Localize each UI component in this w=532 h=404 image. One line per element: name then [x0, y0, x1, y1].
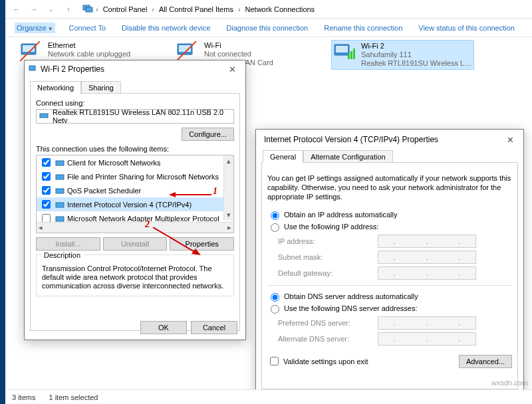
- item-label: Client for Microsoft Networks: [67, 159, 161, 167]
- chevron-up-icon: ▴: [227, 157, 231, 165]
- adapter-name: Realtek RTL8191SU Wireless LAN 802.11n U…: [53, 108, 231, 124]
- chevron-down-icon: ▾: [227, 211, 231, 219]
- validate-checkbox[interactable]: Validate settings upon exit: [267, 355, 368, 367]
- chevron-down-icon: ▼: [48, 26, 53, 32]
- dialog-title: Internet Protocol Version 4 (TCP/IPv4) P…: [260, 135, 501, 144]
- item-checkbox[interactable]: [42, 158, 51, 167]
- svg-rect-14: [40, 114, 48, 118]
- ok-button[interactable]: OK: [140, 321, 187, 334]
- field-mask: Subnet mask:...: [278, 251, 512, 264]
- dialog-title: Wi-Fi 2 Properties: [41, 64, 223, 74]
- connect-to-button[interactable]: Connect To: [67, 23, 108, 33]
- item-label: Microsoft Network Adapter Multiplexor Pr…: [67, 215, 219, 223]
- breadcrumb[interactable]: All Control Panel Items: [157, 5, 235, 14]
- chevron-right-icon: ▸: [227, 223, 231, 232]
- radio-auto-ip[interactable]: Obtain an IP address automatically: [267, 209, 512, 220]
- view-status-button[interactable]: View status of this connection: [416, 23, 517, 33]
- dns2-input[interactable]: ...: [378, 332, 476, 346]
- network-icon: [29, 64, 38, 74]
- network-items-list[interactable]: Client for Microsoft NetworksFile and Pr…: [36, 155, 234, 233]
- svg-rect-15: [56, 161, 64, 165]
- svg-rect-10: [348, 54, 350, 59]
- item-count: 3 items: [12, 393, 35, 401]
- titlebar[interactable]: Internet Protocol Version 4 (TCP/IPv4) P…: [256, 130, 523, 150]
- connect-using-label: Connect using:: [36, 99, 234, 107]
- connection-status: Sahufamily 111: [361, 50, 474, 59]
- svg-rect-9: [336, 46, 348, 52]
- network-item[interactable]: QoS Packet Scheduler: [37, 183, 233, 197]
- diagnose-button[interactable]: Diagnose this connection: [224, 23, 310, 33]
- ip-input[interactable]: ...: [378, 235, 476, 248]
- up-button[interactable]: ↑: [61, 2, 76, 17]
- component-icon: [55, 200, 65, 209]
- item-checkbox[interactable]: [42, 200, 51, 209]
- connection-status: Network cable unplugged: [48, 50, 130, 58]
- svg-rect-11: [350, 51, 352, 59]
- svg-rect-16: [56, 175, 64, 179]
- uninstall-button[interactable]: Uninstall: [103, 237, 168, 251]
- item-label: Internet Protocol Version 4 (TCP/IPv4): [67, 201, 192, 209]
- wifi-properties-dialog: Wi-Fi 2 Properties ✕ Networking Sharing …: [24, 60, 246, 340]
- configure-button[interactable]: Configure...: [182, 128, 234, 141]
- item-checkbox[interactable]: [42, 186, 51, 195]
- mask-input[interactable]: ...: [378, 251, 476, 264]
- watermark: wxsdn.com: [491, 379, 528, 387]
- adapter-icon: [39, 112, 49, 121]
- network-item[interactable]: Internet Protocol Version 4 (TCP/IPv4): [37, 197, 233, 211]
- address-bar[interactable]: › Control Panel › All Control Panel Item…: [81, 3, 528, 16]
- tabs: General Alternate Configuration: [256, 150, 523, 162]
- tab-networking[interactable]: Networking: [30, 81, 81, 94]
- install-button[interactable]: Install...: [36, 237, 100, 251]
- tab-alternate[interactable]: Alternate Configuration: [303, 150, 393, 163]
- breadcrumb[interactable]: Control Panel: [101, 5, 150, 14]
- tab-general[interactable]: General: [263, 150, 303, 163]
- gateway-input[interactable]: ...: [378, 266, 476, 280]
- description-label: Description: [42, 251, 82, 259]
- ipv4-properties-dialog: Internet Protocol Version 4 (TCP/IPv4) P…: [255, 129, 524, 401]
- selected-count: 1 item selected: [49, 393, 98, 401]
- ethernet-icon: [20, 41, 44, 61]
- cancel-button[interactable]: Cancel: [191, 321, 237, 334]
- field-dns2: Alternate DNS server:...: [278, 332, 512, 346]
- scrollbar-horizontal[interactable]: ◂▸: [37, 222, 233, 233]
- rename-button[interactable]: Rename this connection: [322, 23, 404, 33]
- properties-button[interactable]: Properties: [170, 237, 234, 251]
- close-button[interactable]: ✕: [223, 64, 241, 74]
- network-icon: [82, 4, 93, 15]
- radio-use-ip[interactable]: Use the following IP address:: [267, 221, 512, 232]
- adapter-field[interactable]: Realtek RTL8191SU Wireless LAN 802.11n U…: [36, 109, 234, 124]
- connection-name: Wi-Fi: [204, 41, 273, 50]
- description-group: Description Transmission Control Protoco…: [36, 254, 234, 296]
- radio-use-dns[interactable]: Use the following DNS server addresses:: [267, 303, 512, 314]
- svg-rect-1: [86, 7, 92, 12]
- organize-menu[interactable]: Organize▼: [15, 23, 55, 33]
- close-button[interactable]: ✕: [501, 135, 519, 145]
- connection-item-wifi2[interactable]: Wi-Fi 2 Sahufamily 111 Realtek RTL8191SU…: [331, 40, 474, 70]
- breadcrumb[interactable]: Network Connections: [243, 5, 317, 14]
- radio-auto-dns[interactable]: Obtain DNS server address automatically: [267, 291, 512, 302]
- tab-body: Connect using: Realtek RTL8191SU Wireles…: [30, 93, 240, 331]
- command-bar: Organize▼ Connect To Disable this networ…: [5, 19, 532, 37]
- network-item[interactable]: File and Printer Sharing for Microsoft N…: [37, 169, 233, 183]
- recent-dropdown[interactable]: ⌄: [44, 2, 59, 17]
- dns1-input[interactable]: ...: [378, 316, 476, 330]
- chevron-right-icon: ›: [238, 5, 241, 13]
- disable-device-button[interactable]: Disable this network device: [120, 23, 212, 33]
- scrollbar-vertical[interactable]: ▴▾: [223, 155, 233, 221]
- svg-rect-12: [353, 49, 355, 59]
- forward-button[interactable]: →: [27, 2, 41, 17]
- connection-name: Wi-Fi 2: [361, 42, 474, 50]
- component-icon: [55, 186, 65, 195]
- advanced-button[interactable]: Advanced...: [459, 355, 512, 368]
- chevron-right-icon: ›: [96, 5, 98, 13]
- field-ip: IP address:...: [278, 235, 512, 248]
- titlebar[interactable]: Wi-Fi 2 Properties ✕: [25, 60, 245, 78]
- tab-body: You can get IP settings assigned automat…: [261, 162, 518, 389]
- network-item[interactable]: Client for Microsoft Networks: [37, 155, 233, 169]
- component-icon: [55, 172, 65, 181]
- explorer-navbar: ← → ⌄ ↑ › Control Panel › All Control Pa…: [5, 0, 532, 19]
- back-button[interactable]: ←: [9, 2, 24, 17]
- item-checkbox[interactable]: [42, 172, 51, 181]
- wifi-icon: [333, 42, 357, 62]
- tab-sharing[interactable]: Sharing: [81, 81, 121, 94]
